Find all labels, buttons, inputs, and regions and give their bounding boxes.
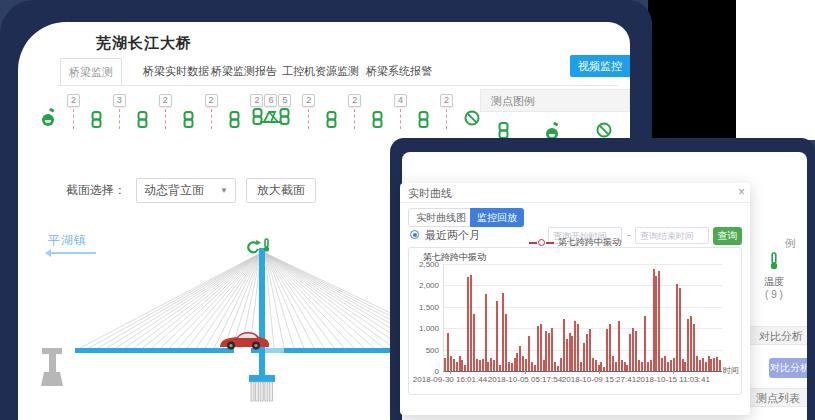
tab-bridge-monitor[interactable]: 桥梁监测 bbox=[60, 58, 122, 85]
chain-icon[interactable] bbox=[229, 94, 240, 128]
tab-realtime-data[interactable]: 桥梁实时数据 bbox=[143, 58, 209, 85]
dashed-line bbox=[165, 109, 166, 129]
chart-bar bbox=[543, 360, 545, 371]
chart-bar bbox=[612, 356, 614, 371]
zoom-section-button[interactable]: 放大截面 bbox=[246, 178, 316, 203]
dialog-title: 实时曲线 bbox=[408, 186, 452, 201]
chart-bar bbox=[531, 362, 533, 371]
compare-analysis-button[interactable]: 对比分析 bbox=[769, 358, 807, 378]
chart-bar bbox=[473, 314, 475, 371]
chart-bar bbox=[534, 365, 536, 371]
chart-bar bbox=[525, 359, 527, 371]
badge-value: 4 bbox=[394, 94, 407, 107]
chart-bar bbox=[574, 321, 576, 371]
sensor-cluster[interactable]: 265 bbox=[250, 94, 291, 129]
chart-bar bbox=[540, 324, 542, 371]
sensor-count-badge[interactable]: 2 bbox=[159, 94, 172, 129]
chain-icon[interactable] bbox=[418, 94, 429, 128]
sensor-count-badge[interactable]: 4 bbox=[394, 94, 407, 129]
gauge-icon[interactable] bbox=[40, 94, 56, 127]
chart-bar bbox=[690, 316, 692, 371]
dashed-line bbox=[400, 109, 401, 129]
chart-bar bbox=[548, 333, 550, 372]
legend-marker-line bbox=[529, 242, 537, 244]
sensor-count-badge[interactable]: 2 bbox=[205, 94, 218, 129]
chart-bar bbox=[682, 359, 684, 371]
chart-bar bbox=[658, 271, 660, 371]
temperature-count: ( 9 ) bbox=[752, 289, 796, 300]
chart-bar bbox=[528, 336, 530, 371]
dashed-line bbox=[73, 109, 74, 129]
chain-icon[interactable] bbox=[326, 94, 337, 128]
chart-bar bbox=[586, 334, 588, 371]
sensor-count-badge[interactable]: 2 bbox=[67, 94, 80, 129]
chart-bar bbox=[476, 359, 478, 371]
chain-icon[interactable] bbox=[183, 94, 194, 128]
chart-bar bbox=[621, 360, 623, 371]
chart-bar bbox=[464, 365, 466, 371]
chart-bar bbox=[664, 356, 666, 371]
tab-monitor-playback[interactable]: 监控回放 bbox=[470, 208, 524, 227]
chart-container: 第七跨跨中振动 2,5002,0001,5001,0005000 2018-09… bbox=[408, 247, 742, 395]
dashed-line bbox=[446, 109, 447, 129]
chart-bar bbox=[487, 362, 489, 371]
sensor-count-badge[interactable]: 2 bbox=[440, 94, 453, 129]
chart-bar bbox=[667, 362, 669, 371]
chart-bar bbox=[557, 366, 559, 371]
dialog-header: 实时曲线 × bbox=[400, 183, 750, 203]
y-tick-label: 2,000 bbox=[409, 281, 439, 290]
chart-bar bbox=[670, 360, 672, 371]
chart-bar bbox=[537, 326, 539, 371]
chart-bar bbox=[522, 356, 524, 371]
section-select-dropdown[interactable]: 动态背立面 ▼ bbox=[136, 178, 236, 203]
sensor-count-badge[interactable]: 2 bbox=[348, 94, 361, 129]
chart-bar bbox=[467, 277, 469, 371]
chain-icon[interactable] bbox=[91, 94, 102, 128]
chart-bar bbox=[444, 358, 446, 371]
tab-monitor-report[interactable]: 桥梁监测报告 bbox=[211, 58, 277, 85]
chart-bar bbox=[563, 319, 565, 371]
chart-bar bbox=[470, 275, 472, 371]
chain-icon[interactable] bbox=[372, 94, 383, 128]
chart-plot-area bbox=[443, 264, 722, 372]
chart-bar bbox=[580, 362, 582, 371]
legend-panel-title: 测点图例 bbox=[480, 89, 630, 112]
tab-system-alarm[interactable]: 桥梁系统报警 bbox=[366, 58, 432, 85]
tab-realtime-curve[interactable]: 实时曲线图 bbox=[408, 208, 474, 227]
chart-bar bbox=[566, 339, 568, 371]
temperature-legend-item[interactable]: 温度 ( 9 ) bbox=[752, 252, 796, 300]
close-icon[interactable]: × bbox=[738, 184, 745, 200]
chart-bar bbox=[702, 358, 704, 371]
badge-value: 6 bbox=[264, 94, 277, 107]
chart-bar bbox=[696, 356, 698, 371]
chart-bar bbox=[684, 362, 686, 371]
chart-bar bbox=[693, 324, 695, 371]
chart-bar bbox=[560, 358, 562, 371]
chart-bar bbox=[653, 269, 655, 371]
badge-value: 2 bbox=[159, 94, 172, 107]
chart-bar bbox=[519, 346, 521, 371]
tab-ipc-resource[interactable]: 工控机资源监测 bbox=[282, 58, 359, 85]
x-tick-label: 2018-10-09 15:27:41 bbox=[562, 375, 636, 384]
chart-bar bbox=[638, 360, 640, 371]
chart-bar bbox=[490, 358, 492, 371]
chart-bar bbox=[499, 365, 501, 371]
sensor-count-badge[interactable]: 3 bbox=[113, 94, 126, 129]
video-monitor-button[interactable]: 视频监控 bbox=[570, 55, 630, 77]
sensor-count-badge[interactable]: 2 bbox=[302, 94, 315, 129]
tab-bar: 桥梁监测 桥梁实时数据 桥梁监测报告 工控机资源监测 桥梁系统报警 bbox=[58, 58, 618, 86]
y-tick-label: 2,500 bbox=[409, 260, 439, 269]
chart-bar bbox=[583, 343, 585, 371]
chart-bar bbox=[482, 359, 484, 371]
chart-bar bbox=[479, 360, 481, 371]
legend-partial-text: 例 bbox=[785, 236, 796, 251]
x-tick-label: 2018-10-15 11:03:41 bbox=[636, 375, 710, 384]
chart-bar bbox=[618, 321, 620, 371]
no-entry-icon[interactable] bbox=[464, 94, 480, 126]
badge-value: 2 bbox=[302, 94, 315, 107]
chart-bar bbox=[511, 363, 513, 371]
dashed-line bbox=[308, 109, 309, 129]
chain-icon[interactable] bbox=[137, 94, 148, 128]
chart-bar bbox=[485, 294, 487, 371]
chart-bar bbox=[502, 293, 504, 371]
